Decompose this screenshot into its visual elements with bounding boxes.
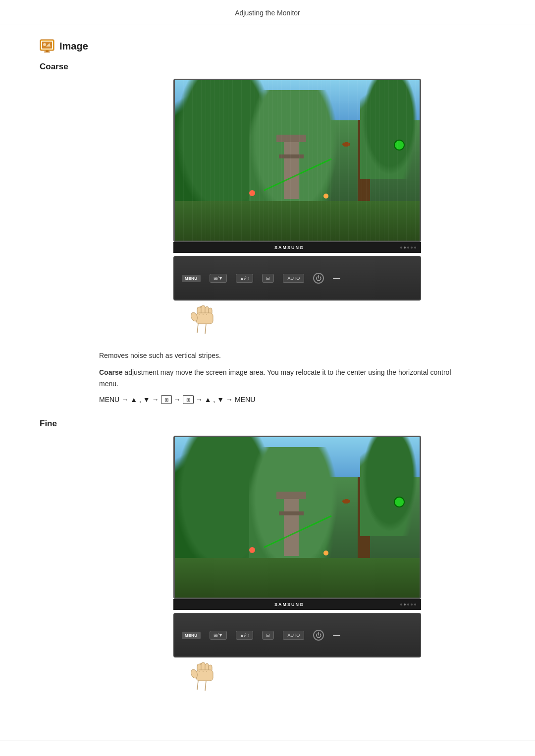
coarse-description: Removes noise such as vertical stripes. …: [99, 350, 456, 404]
arrow-4: →: [196, 396, 203, 403]
fine-section: Fine: [40, 419, 495, 697]
page-title: Adjusting the Monitor: [235, 9, 300, 17]
enter-icon-1: ⊞: [161, 395, 172, 404]
ctrl-btn2-coarse: ▲/◌: [236, 274, 253, 283]
svg-line-27: [205, 681, 206, 691]
ctrl-auto-fine: AUTO: [283, 631, 304, 640]
fine-hand-area: [173, 657, 421, 697]
hand-cursor-icon-coarse: [188, 303, 223, 338]
arrow-3: →: [174, 396, 181, 403]
main-content: Image Coarse: [0, 24, 535, 732]
svg-line-15: [205, 324, 206, 334]
fine-image-block: SAMSUNG MENU ⊞/▼: [99, 436, 495, 697]
hand-cursor-icon-fine: [188, 660, 223, 695]
ctrl-btn1-fine: ⊞/▼: [210, 631, 227, 640]
coarse-monitor-screen: [173, 79, 421, 242]
coarse-desc1: Removes noise such as vertical stripes.: [99, 350, 456, 361]
svg-line-26: [197, 681, 198, 690]
ctrl-menu-label-fine: MENU: [182, 632, 201, 639]
fine-control-panel: MENU ⊞/▼ ▲/◌ ⊟ AUTO ⏻: [173, 613, 421, 657]
indicator-3: [407, 247, 409, 249]
coarse-section: Coarse: [40, 62, 495, 404]
svg-rect-24: [196, 670, 213, 681]
fine-indicator-5: [414, 604, 416, 605]
garden-scene-fine: [175, 437, 420, 598]
arrow-1: →: [121, 396, 128, 403]
coarse-desc2: Coarse adjustment may move the screen im…: [99, 367, 456, 389]
indicator-2: [404, 247, 406, 249]
ctrl-power-coarse: ⏻: [313, 273, 324, 284]
enter-icon-2: ⊞: [183, 395, 194, 404]
monitor-indicators: [400, 247, 416, 249]
coarse-menu-path: MENU → ▲ , ▼ → ⊞ → ⊞ → ▲ , ▼ → MENU: [99, 395, 456, 404]
fine-monitor-bar: SAMSUNG: [173, 599, 421, 610]
page-header: Adjusting the Monitor: [0, 0, 535, 24]
svg-line-14: [197, 324, 198, 333]
ctrl-power-fine: ⏻: [313, 630, 324, 641]
ctrl-btn2-fine: ▲/◌: [236, 631, 253, 640]
fine-indicator-3: [407, 604, 409, 605]
fine-heading: Fine: [40, 419, 495, 429]
arrow-5: →: [226, 396, 233, 403]
fine-indicator-1: [400, 604, 402, 605]
coarse-desc2-suffix: adjustment may move the screen image are…: [99, 368, 451, 387]
coarse-hand-area: [173, 301, 421, 340]
section-title: Image: [59, 41, 88, 52]
coarse-monitor-bar: SAMSUNG: [173, 242, 421, 253]
image-icon: [40, 39, 54, 53]
fine-monitor-screen: [173, 436, 421, 599]
ctrl-dash-fine: —: [333, 631, 340, 639]
ctrl-btn3-coarse: ⊟: [262, 274, 274, 283]
indicator-1: [400, 247, 402, 249]
indicator-4: [411, 247, 413, 249]
fine-monitor-indicators: [400, 604, 416, 605]
coarse-image-block: SAMSUNG MENU ⊞/▼: [99, 79, 495, 340]
coarse-heading: Coarse: [40, 62, 495, 72]
indicator-5: [414, 247, 416, 249]
svg-point-3: [43, 43, 46, 46]
ctrl-btn3-fine: ⊟: [262, 631, 274, 640]
coarse-control-panel: MENU ⊞/▼ ▲/◌ ⊟ AUTO: [173, 256, 421, 301]
fine-indicator-4: [411, 604, 413, 605]
svg-rect-6: [44, 51, 50, 52]
menu-path-start: MENU: [99, 396, 119, 403]
nav-up-down-1: ▲ , ▼: [130, 396, 150, 403]
arrow-2: →: [152, 396, 159, 403]
samsung-logo-fine: SAMSUNG: [178, 602, 400, 607]
ctrl-menu-label-coarse: MENU: [182, 275, 201, 282]
ctrl-auto-coarse: AUTO: [283, 274, 304, 283]
ctrl-dash-coarse: —: [333, 274, 340, 282]
coarse-bold-label: Coarse: [99, 368, 122, 376]
section-heading: Image: [40, 39, 495, 53]
bottom-divider: [0, 741, 535, 741]
nav-up-down-2: ▲ , ▼: [205, 396, 224, 403]
samsung-logo-coarse: SAMSUNG: [178, 245, 400, 250]
fine-indicator-2: [404, 604, 406, 605]
ctrl-btn1-coarse: ⊞/▼: [210, 274, 227, 283]
garden-scene-coarse: [175, 80, 420, 241]
svg-rect-12: [196, 313, 213, 324]
menu-path-end: MENU: [235, 396, 255, 403]
page-container: Adjusting the Monitor Image Coarse: [0, 0, 535, 756]
